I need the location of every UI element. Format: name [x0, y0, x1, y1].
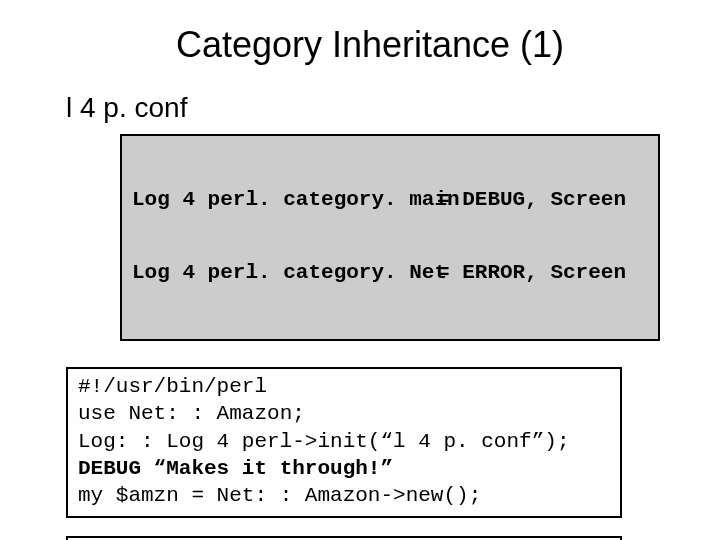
slide: Category Inheritance (1) l 4 p. conf Log… [0, 0, 720, 540]
code-line: #!/usr/bin/perl [78, 373, 610, 400]
config-line: Log 4 perl. category. Net = ERROR, Scree… [132, 261, 648, 285]
code-line: Log: : Log 4 perl->init(“l 4 p. conf”); [78, 428, 610, 455]
code-line: use Net: : Amazon; [78, 400, 610, 427]
config-code-box: Log 4 perl. category. main = DEBUG, Scre… [120, 134, 660, 341]
config-value: = DEBUG, Screen [437, 188, 626, 212]
config-line: Log 4 perl. category. main = DEBUG, Scre… [132, 188, 648, 212]
config-key: Log 4 perl. category. main [132, 188, 437, 212]
code-line: my $amzn = Net: : Amazon->new(); [78, 482, 610, 509]
slide-title: Category Inheritance (1) [60, 24, 680, 66]
code-line-emphasis: DEBUG “Makes it through!” [78, 455, 610, 482]
script-code-box: #!/usr/bin/perl use Net: : Amazon; Log: … [66, 367, 622, 517]
config-key: Log 4 perl. category. Net [132, 261, 437, 285]
package-code-box: package Net: : Amazon; ERROR “Makes it t… [66, 536, 622, 540]
config-filename: l 4 p. conf [66, 92, 680, 124]
config-value: = ERROR, Screen [437, 261, 626, 285]
